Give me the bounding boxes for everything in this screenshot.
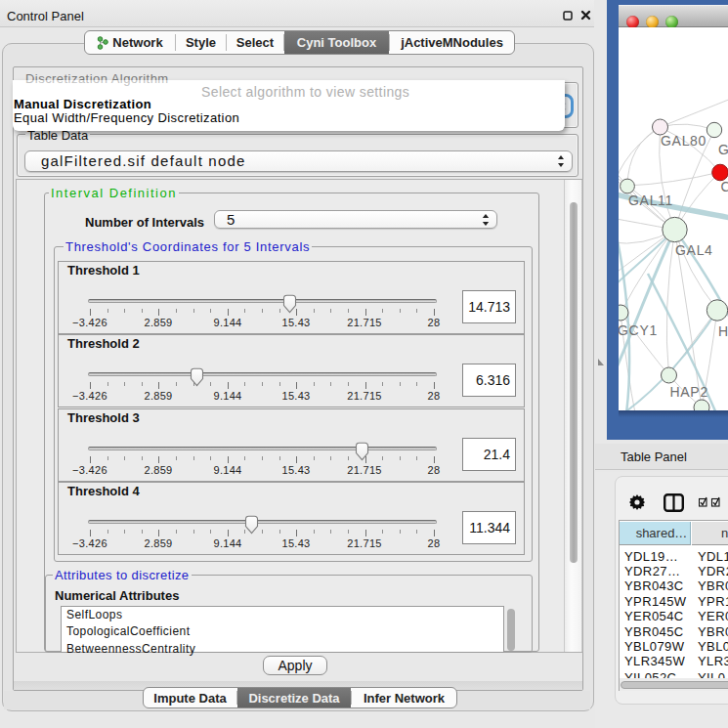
svg-text:GCY1: GCY1	[619, 322, 658, 338]
svg-text:GAL4: GAL4	[675, 242, 713, 258]
svg-text:GA: GA	[718, 142, 728, 157]
svg-text:HA: HA	[718, 323, 728, 339]
svg-text:GAL11: GAL11	[628, 193, 673, 208]
svg-text:C: C	[721, 179, 728, 194]
svg-text:GAL80: GAL80	[661, 133, 707, 149]
svg-text:HAP2: HAP2	[670, 384, 708, 400]
